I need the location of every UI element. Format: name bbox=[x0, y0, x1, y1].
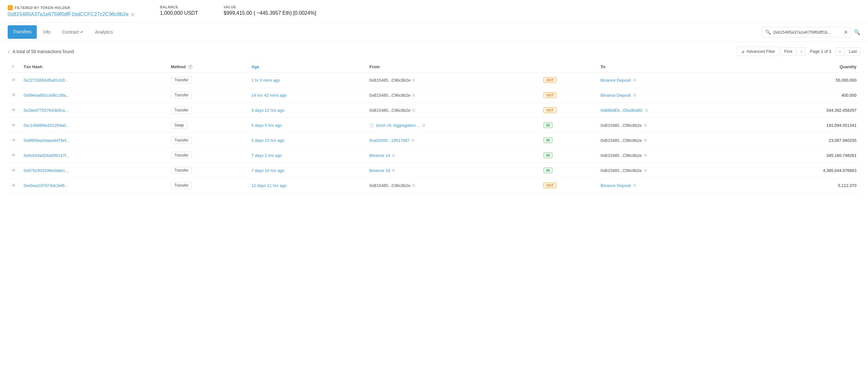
page-info: Page 1 of 3 bbox=[807, 47, 835, 55]
copy-from-icon[interactable]: ⧉ bbox=[412, 78, 415, 82]
eye-toggle[interactable]: 👁 bbox=[8, 178, 20, 193]
balance-label: BALANCE bbox=[160, 5, 198, 9]
copy-to-icon[interactable]: ⧉ bbox=[645, 108, 648, 112]
copy-from-icon[interactable]: ⧉ bbox=[412, 138, 414, 142]
copy-to-icon[interactable]: ⧉ bbox=[633, 93, 636, 98]
to-address-link[interactable]: 0xB86dEb...Dba9bd83 bbox=[601, 108, 643, 113]
method-cell: Transfer bbox=[167, 178, 248, 193]
copy-address-icon[interactable]: ⧉ bbox=[131, 12, 134, 17]
direction-badge: IN bbox=[544, 122, 553, 128]
age-value: 14 hrs 42 mins ago bbox=[251, 93, 287, 98]
copy-to-icon[interactable]: ⧉ bbox=[644, 138, 647, 142]
to-address-link[interactable]: Binance Deposit bbox=[601, 78, 631, 83]
copy-to-icon[interactable]: ⧉ bbox=[644, 168, 647, 173]
direction-cell: IN bbox=[539, 148, 597, 163]
copy-from-icon[interactable]: ⧉ bbox=[412, 108, 415, 112]
txn-hash-link[interactable]: 0x2bed77537643d3ca... bbox=[24, 108, 68, 113]
value-section: VALUE $999,415.00 ( ~445.3957 Eth) [0.00… bbox=[223, 5, 316, 16]
from-address-text: 0xB15485...C96c8b2e bbox=[369, 108, 411, 113]
txn-hash-cell: 0x6c643a024a099147f... bbox=[20, 148, 167, 163]
from-cell: 0xB15485...C96c8b2e⧉ bbox=[366, 103, 539, 118]
copy-from-icon[interactable]: ⧉ bbox=[392, 153, 395, 158]
token-holder-address[interactable]: 0xB15485A37a1e6759f0dfF1bdCCFC27c2C96c8b… bbox=[8, 11, 134, 17]
txn-hash-link[interactable]: 0x8791933296e3dae1... bbox=[24, 168, 68, 173]
eye-toggle[interactable]: 👁 bbox=[8, 73, 20, 88]
copy-from-icon[interactable]: ⧉ bbox=[412, 183, 415, 188]
age-cell: 7 days 10 hrs ago bbox=[248, 163, 366, 178]
eye-toggle[interactable]: 👁 bbox=[8, 118, 20, 133]
table-row: 👁0xc14998f4e201294a0...Swap5 days 5 hrs … bbox=[8, 118, 860, 133]
txn-hash-link[interactable]: 0x6c643a024a099147f... bbox=[24, 153, 69, 158]
th-direction bbox=[539, 61, 597, 73]
copy-to-icon[interactable]: ⧉ bbox=[633, 183, 636, 188]
tab-transfers[interactable]: Transfers bbox=[8, 25, 37, 39]
from-address-text: 0xB15485...C96c8b2e bbox=[369, 78, 411, 83]
from-address-link[interactable]: Binance 16 bbox=[369, 168, 390, 173]
table-header-row: ? Txn Hash Method ? Age From To Quantity bbox=[8, 61, 860, 73]
txn-hash-cell: 0x8791933296e3dae1... bbox=[20, 163, 167, 178]
contract-doc-icon: 📄 bbox=[369, 123, 374, 128]
method-help-icon[interactable]: ? bbox=[188, 65, 192, 69]
to-address-link[interactable]: Binance Deposit bbox=[601, 183, 631, 188]
eye-help-icon: ? bbox=[11, 64, 14, 69]
from-address-link[interactable]: Binance 14 bbox=[369, 153, 390, 158]
to-address-link[interactable]: Binance Deposit bbox=[601, 93, 631, 98]
address-search-input[interactable] bbox=[773, 30, 841, 35]
copy-to-icon[interactable]: ⧉ bbox=[644, 123, 647, 128]
direction-cell: OUT bbox=[539, 103, 597, 118]
from-address-link[interactable]: 0xa03400...19517687 bbox=[369, 138, 410, 143]
advanced-filter-button[interactable]: ⊿ Advanced Filter bbox=[737, 47, 779, 56]
txn-hash-link[interactable]: 0x22733654d5a81cb0... bbox=[24, 78, 68, 83]
filter-info: ! FILTERED BY TOKEN HOLDER 0xB15485A37a1… bbox=[8, 5, 134, 17]
tab-info[interactable]: Info bbox=[38, 26, 56, 39]
search-magnifier-icon: 🔍 bbox=[854, 29, 860, 35]
table-row: 👁0x8f6f0ea2eaea4d78ef...Transfer5 days 1… bbox=[8, 133, 860, 148]
to-cell: 0xB15485...C96c8b2e⧉ bbox=[597, 118, 747, 133]
from-cell: 0xB15485...C96c8b2e⧉ bbox=[366, 73, 539, 88]
copy-from-icon[interactable]: ⧉ bbox=[412, 93, 415, 98]
copy-from-icon[interactable]: ⧉ bbox=[392, 168, 395, 173]
table-row: 👁0x22733654d5a81cb0...Transfer1 hr 3 min… bbox=[8, 73, 860, 88]
direction-badge: OUT bbox=[544, 183, 557, 188]
to-cell: Binance Deposit⧉ bbox=[597, 88, 747, 103]
prev-page-button[interactable]: ‹ bbox=[797, 47, 805, 56]
from-address-link[interactable]: 1inch v5: Aggregation ... bbox=[376, 123, 420, 128]
direction-badge: IN bbox=[544, 152, 553, 158]
age-cell: 14 hrs 42 mins ago bbox=[248, 88, 366, 103]
txn-hash-cell: 0x2bed77537643d3ca... bbox=[20, 103, 167, 118]
eye-toggle[interactable]: 👁 bbox=[8, 133, 20, 148]
method-badge: Transfer bbox=[171, 182, 192, 189]
tabs-section: Transfers Info Contract ✔ Analytics 🔍 ✕ … bbox=[0, 23, 868, 41]
quantity-cell: 4,385,044.976663 bbox=[747, 163, 860, 178]
to-address-text: 0xB15485...C96c8b2e bbox=[601, 138, 642, 143]
txn-hash-link[interactable]: 0xc14998f4e201294a0... bbox=[24, 123, 69, 128]
eye-toggle[interactable]: 👁 bbox=[8, 148, 20, 163]
direction-cell: OUT bbox=[539, 88, 597, 103]
eye-toggle[interactable]: 👁 bbox=[8, 88, 20, 103]
to-cell: Binance Deposit⧉ bbox=[597, 178, 747, 193]
sort-icon: ↕ bbox=[8, 49, 10, 54]
eye-toggle[interactable]: 👁 bbox=[8, 163, 20, 178]
value-label: VALUE bbox=[223, 5, 316, 9]
last-page-button[interactable]: Last bbox=[845, 47, 860, 56]
balance-section: BALANCE 1,000,000 USDT bbox=[160, 5, 198, 16]
to-cell: 0xB15485...C96c8b2e⧉ bbox=[597, 163, 747, 178]
quantity-cell: 345,160.748261 bbox=[747, 148, 860, 163]
txn-hash-link[interactable]: 0x99eba691ca06c18fa... bbox=[24, 93, 69, 98]
direction-badge: OUT bbox=[544, 77, 557, 83]
search-clear-icon[interactable]: ✕ bbox=[844, 29, 848, 35]
tab-contract[interactable]: Contract ✔ bbox=[57, 26, 89, 39]
method-badge: Transfer bbox=[171, 91, 192, 99]
copy-from-icon[interactable]: ⧉ bbox=[422, 123, 425, 128]
search-button[interactable]: 🔍 bbox=[854, 29, 860, 35]
content-section: ↕ A total of 58 transactions found ⊿ Adv… bbox=[0, 41, 868, 198]
txn-hash-link[interactable]: 0xa5ea2cf7874dc2ef8... bbox=[24, 183, 68, 188]
direction-cell: OUT bbox=[539, 178, 597, 193]
tab-analytics[interactable]: Analytics bbox=[90, 26, 118, 39]
first-page-button[interactable]: First bbox=[781, 47, 796, 56]
copy-to-icon[interactable]: ⧉ bbox=[644, 153, 647, 158]
copy-to-icon[interactable]: ⧉ bbox=[633, 78, 636, 82]
eye-toggle[interactable]: 👁 bbox=[8, 103, 20, 118]
txn-hash-link[interactable]: 0x8f6f0ea2eaea4d78ef... bbox=[24, 138, 70, 143]
next-page-button[interactable]: › bbox=[836, 47, 844, 56]
